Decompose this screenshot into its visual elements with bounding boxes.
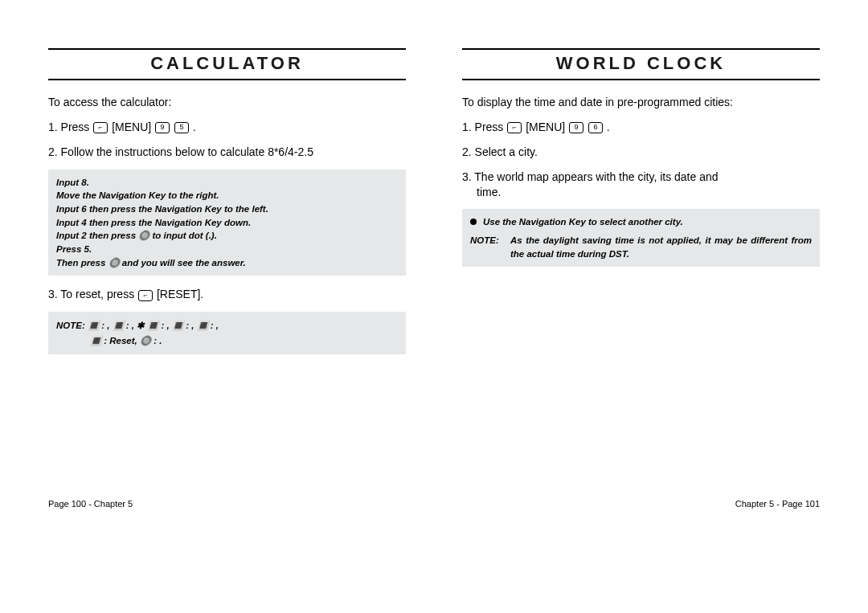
left-body: To access the calculator: 1. Press ⌐ [ME… xyxy=(48,95,406,366)
left-step-2: 2. Follow the instructions below to calc… xyxy=(48,145,406,160)
note-line: Then press 🔘 and you will see the answer… xyxy=(56,256,398,270)
left-page: CALCULATOR To access the calculator: 1. … xyxy=(48,48,406,613)
note-line: Input 2 then press 🔘 to input dot (.). xyxy=(56,229,398,243)
softkey-icon: ⌐ xyxy=(93,122,108,133)
right-page: WORLD CLOCK To display the time and date… xyxy=(462,48,820,613)
left-footer: Page 100 - Chapter 5 xyxy=(48,499,133,509)
world-clock-note-box: Use the Navigation Key to select another… xyxy=(462,209,820,267)
key-6-icon: 6 xyxy=(588,122,603,133)
page-spread: CALCULATOR To access the calculator: 1. … xyxy=(0,0,868,613)
note-symbols-line2: 🔳 : Reset, 🔘 : . xyxy=(90,336,162,345)
right-footer: Chapter 5 - Page 101 xyxy=(735,499,820,509)
note-symbols-box: NOTE: 🔳 : , 🔳 : , ✱ 🔳 : , 🔳 : , 🔳 : , 🔳 … xyxy=(48,312,406,354)
right-step-2: 2. Select a city. xyxy=(462,145,820,160)
note-line: Input 4 then press the Navigation Key do… xyxy=(56,216,398,230)
key-5-icon: 5 xyxy=(174,122,189,133)
bullet-text: Use the Navigation Key to select another… xyxy=(483,215,683,229)
key-9-icon: 9 xyxy=(155,122,170,133)
left-title: CALCULATOR xyxy=(48,48,406,74)
note-line: Input 6 then press the Navigation Key to… xyxy=(56,202,398,216)
right-step-3: 3. The world map appears with the city, … xyxy=(462,170,820,200)
softkey-icon: ⌐ xyxy=(507,122,522,133)
left-step-1: 1. Press ⌐ [MENU] 9 5 . xyxy=(48,120,406,135)
note-line: Move the Navigation Key to the right. xyxy=(56,189,398,202)
calculator-example-box: Input 8. Move the Navigation Key to the … xyxy=(48,170,406,276)
note-row: NOTE: As the daylight saving time is not… xyxy=(470,234,812,260)
title-underline xyxy=(462,79,820,80)
softkey-icon: ⌐ xyxy=(138,290,153,301)
left-step-3: 3. To reset, press ⌐ [RESET]. xyxy=(48,287,406,302)
title-underline xyxy=(48,79,406,80)
note-symbols-body: 🔳 : , 🔳 : , ✱ 🔳 : , 🔳 : , 🔳 : , xyxy=(85,321,219,330)
note-line: Press 5. xyxy=(56,243,398,256)
note-text: As the daylight saving time is not appli… xyxy=(510,234,812,260)
right-intro: To display the time and date in pre-prog… xyxy=(462,95,820,110)
key-9-icon: 9 xyxy=(569,122,583,133)
right-step-1: 1. Press ⌐ [MENU] 9 6 . xyxy=(462,120,820,135)
right-title: WORLD CLOCK xyxy=(462,48,820,74)
bullet-icon xyxy=(470,219,477,225)
note-line: Input 8. xyxy=(56,176,398,190)
note-label: NOTE: xyxy=(470,234,510,260)
note-bullet: Use the Navigation Key to select another… xyxy=(470,215,812,229)
left-intro: To access the calculator: xyxy=(48,95,406,110)
right-body: To display the time and date in pre-prog… xyxy=(462,95,820,278)
note-label: NOTE: xyxy=(56,321,85,330)
